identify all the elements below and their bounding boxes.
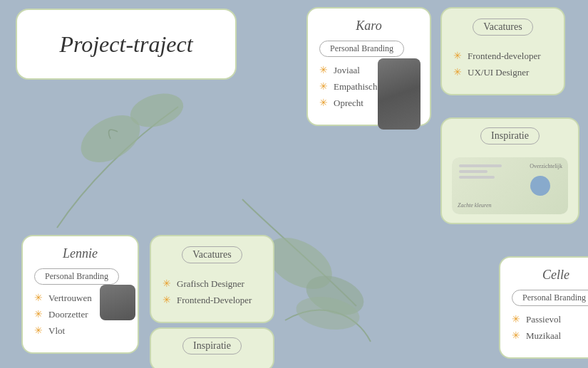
star-icon-1: ✳ [319,64,328,76]
star-icon-v1: ✳ [453,50,462,62]
lennie-photo [100,285,135,320]
karo-inspiratie-preview: Zachte kleuren Overzichtelijk [452,157,568,214]
lennie-vacature-1: ✳ Grafisch Designer [163,278,262,290]
karo-inspiratie-card: Inspiratie Zachte kleuren Overzichtelijk [440,117,579,224]
karo-branding-label: Personal Branding [319,41,404,57]
svg-point-0 [73,105,148,172]
celle-branding-label: Personal Branding [512,290,588,306]
lennie-vacature-2: ✳ Frontend-Developer [163,294,262,306]
star-icon-l2: ✳ [34,308,43,320]
lennie-branding-label: Personal Branding [34,268,119,285]
karo-vacature-2: ✳ UX/UI Designer [453,66,552,78]
star-icon-2: ✳ [319,80,328,93]
celle-trait-2: ✳ Muzikaal [512,330,588,342]
karo-inspiratie-title: Inspiratie [480,127,540,144]
celle-trait-list: ✳ Passievol ✳ Muzikaal [512,313,588,342]
celle-name: Celle [512,268,588,283]
karo-vacatures-list: ✳ Frontend-developer ✳ UX/UI Designer [453,50,552,78]
lennie-vacatures-list: ✳ Grafisch Designer ✳ Frontend-Developer [163,278,262,306]
star-icon-l3: ✳ [34,325,43,337]
star-icon-c1: ✳ [512,313,520,325]
karo-vacature-1: ✳ Frontend-developer [453,50,552,62]
lennie-inspiratie-card: Inspiratie [150,327,274,368]
karo-photo [378,58,421,130]
star-icon-lv2: ✳ [163,294,171,306]
lennie-vacatures-title: Vacatures [182,246,242,263]
karo-name: Karo [319,19,418,33]
celle-trait-1: ✳ Passievol [512,313,588,325]
lennie-vacatures-card: Vacatures ✳ Grafisch Designer ✳ Frontend… [150,235,274,323]
page: Project-traject Karo Personal Branding ✳… [0,0,588,368]
lennie-trait-3: ✳ Vlot [34,325,126,337]
star-icon-lv1: ✳ [163,278,171,290]
inspiratie-label-left: Zachte kleuren [458,202,491,209]
inspiratie-label-right: Overzichtelijk [530,163,562,169]
star-icon-3: ✳ [319,97,328,109]
star-icon-v2: ✳ [453,66,462,78]
svg-point-1 [127,88,187,132]
svg-point-3 [301,268,369,322]
lennie-name: Lennie [34,246,126,261]
project-traject-title: Project-traject [59,31,192,58]
lennie-inspiratie-title: Inspiratie [182,337,242,354]
karo-vacatures-title: Vacatures [473,19,532,36]
star-icon-l1: ✳ [34,292,43,304]
project-traject-card: Project-traject [16,9,237,80]
star-icon-c2: ✳ [512,330,520,342]
svg-point-4 [294,293,362,335]
karo-vacatures-card: Vacatures ✳ Frontend-developer ✳ UX/UI D… [440,7,565,95]
celle-card: Celle Personal Branding ✳ Passievol ✳ Mu… [499,256,588,359]
